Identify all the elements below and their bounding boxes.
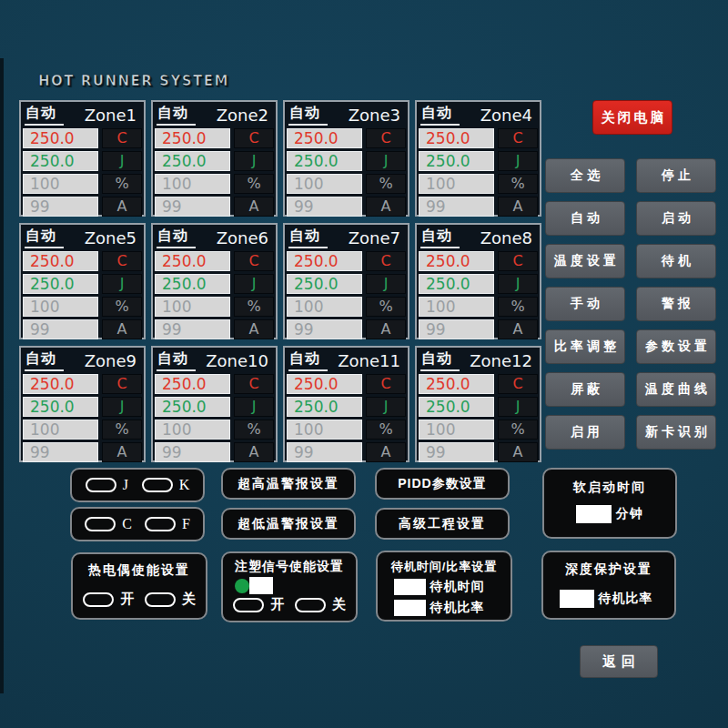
- zone-name: Zone10: [206, 351, 268, 370]
- depth-protect-ratio-input[interactable]: [560, 590, 594, 608]
- zone-unit-label: C: [102, 374, 142, 394]
- zone-panel[interactable]: 自动 Zone12 250.0C250.0J100%99A: [415, 346, 541, 462]
- zone-panel[interactable]: 自动 Zone2 250.0C250.0J100%99A: [151, 100, 278, 217]
- button-enable[interactable]: 启用: [545, 415, 625, 450]
- button-temp-curve[interactable]: 温度曲线: [636, 372, 716, 407]
- button-shield[interactable]: 屏蔽: [545, 372, 625, 407]
- low-temp-alarm-settings-button[interactable]: 超低温警报设置: [221, 508, 356, 540]
- zone-panel[interactable]: 自动 Zone11 250.0C250.0J100%99A: [283, 346, 410, 462]
- button-new-card-detect[interactable]: 新卡识别: [636, 415, 716, 450]
- zone-panel[interactable]: 自动 Zone8 250.0C250.0J100%99A: [415, 223, 541, 339]
- zone-value-current: 99: [287, 442, 362, 462]
- zone-header: 自动 Zone7: [285, 225, 408, 249]
- zone-panel[interactable]: 自动 Zone4 250.0C250.0J100%99A: [415, 100, 541, 217]
- advanced-engineering-settings-button[interactable]: 高级工程设置: [375, 508, 510, 540]
- zone-name: Zone6: [217, 228, 268, 248]
- zone-row-output_percent: 100%: [287, 174, 406, 194]
- button-standby[interactable]: 待机: [636, 244, 716, 278]
- zone-panel[interactable]: 自动 Zone9 250.0C250.0J100%99A: [19, 346, 146, 462]
- depth-protect-title: 深度保护设置: [543, 561, 674, 578]
- thermocouple-enable-panel: 热电偶使能设置 开 关: [71, 552, 207, 620]
- high-temp-alarm-settings-button[interactable]: 超高温警报设置: [221, 468, 356, 500]
- radio-oval-icon: [142, 478, 173, 492]
- zone-header: 自动 Zone2: [153, 102, 276, 126]
- zone-panel[interactable]: 自动 Zone3 250.0C250.0J100%99A: [283, 100, 410, 217]
- standby-time-input[interactable]: [394, 579, 426, 595]
- button-param-settings[interactable]: 参数设置: [636, 329, 716, 364]
- button-start[interactable]: 启动: [636, 201, 716, 236]
- zone-row-output_percent: 100%: [23, 420, 142, 440]
- zone-rows: 250.0C250.0J100%99A: [417, 249, 540, 339]
- zone-name: Zone5: [85, 228, 136, 248]
- button-alarm[interactable]: 警报: [636, 287, 716, 321]
- thermocouple-enable-off-radio[interactable]: 关: [145, 591, 196, 608]
- zone-panel[interactable]: 自动 Zone1 250.0C250.0J100%99A: [19, 100, 146, 217]
- button-ratio-adjust[interactable]: 比率调整: [545, 329, 625, 364]
- zone-row-set_temp: 250.0J: [155, 397, 274, 417]
- zone-header: 自动 Zone10: [153, 348, 276, 372]
- zone-rows: 250.0C250.0J100%99A: [153, 126, 276, 217]
- zone-unit-label: %: [366, 174, 406, 194]
- zone-unit-label: J: [102, 151, 142, 171]
- zone-panel[interactable]: 自动 Zone10 250.0C250.0J100%99A: [151, 346, 278, 462]
- zone-header: 自动 Zone4: [417, 102, 540, 126]
- zone-value-current: 99: [155, 442, 230, 462]
- thermocouple-type-k-label: K: [179, 477, 190, 493]
- zone-panel[interactable]: 自动 Zone7 250.0C250.0J100%99A: [283, 223, 410, 339]
- standby-ratio-label: 待机比率: [430, 600, 484, 614]
- zone-row-set_temp: 250.0J: [419, 397, 538, 417]
- thermocouple-type-panel: J K: [70, 468, 205, 502]
- zone-mode-label: 自动: [157, 227, 196, 248]
- thermocouple-type-k-radio[interactable]: K: [142, 477, 190, 493]
- zone-row-output_percent: 100%: [287, 297, 406, 317]
- button-temp-settings[interactable]: 温度设置: [545, 244, 625, 278]
- injection-signal-on-radio[interactable]: 开: [233, 596, 284, 613]
- zone-row-current: 99A: [287, 197, 406, 217]
- soft-start-unit-label: 分钟: [616, 506, 643, 521]
- thermocouple-type-j-radio[interactable]: J: [86, 477, 128, 493]
- injection-signal-off-radio[interactable]: 关: [295, 596, 346, 613]
- zone-row-current: 99A: [419, 197, 538, 217]
- zone-unit-label: A: [366, 442, 406, 462]
- standby-ratio-input[interactable]: [394, 600, 426, 616]
- zone-unit-label: J: [366, 274, 406, 294]
- zone-value-set_temp: 250.0: [23, 151, 98, 171]
- zone-value-output_percent: 100: [419, 174, 494, 194]
- zone-row-actual_temp: 250.0C: [419, 251, 538, 271]
- zone-row-current: 99A: [287, 319, 406, 339]
- zone-value-set_temp: 250.0: [287, 274, 362, 294]
- button-manual[interactable]: 手动: [545, 287, 625, 321]
- zone-name: Zone2: [217, 106, 268, 125]
- injection-signal-off-label: 关: [332, 596, 346, 613]
- injection-signal-value-input[interactable]: [249, 577, 273, 594]
- button-auto[interactable]: 自动: [545, 201, 625, 236]
- zone-value-set_temp: 250.0: [287, 397, 362, 417]
- zone-row-actual_temp: 250.0C: [155, 374, 274, 394]
- depth-protect-ratio-label: 待机比率: [598, 591, 652, 605]
- thermocouple-enable-on-radio[interactable]: 开: [83, 591, 134, 608]
- zone-unit-label: C: [234, 128, 274, 148]
- zone-row-set_temp: 250.0J: [419, 274, 538, 294]
- pidd-param-settings-button[interactable]: PIDD参数设置: [375, 468, 510, 500]
- zone-row-actual_temp: 250.0C: [155, 128, 274, 148]
- zone-value-actual_temp: 250.0: [155, 374, 230, 394]
- button-select-all[interactable]: 全选: [545, 158, 625, 193]
- button-stop[interactable]: 停止: [636, 158, 716, 193]
- zone-value-current: 99: [287, 197, 362, 217]
- zone-unit-label: %: [366, 420, 406, 440]
- zone-row-actual_temp: 250.0C: [287, 374, 406, 394]
- shutdown-computer-button[interactable]: 关闭电脑: [592, 100, 672, 135]
- zone-rows: 250.0C250.0J100%99A: [417, 126, 540, 217]
- zone-unit-label: %: [102, 297, 142, 317]
- zone-name: Zone9: [85, 351, 136, 370]
- soft-start-minutes-input[interactable]: [576, 505, 612, 523]
- temp-unit-f-radio[interactable]: F: [145, 516, 190, 532]
- thermocouple-type-j-label: J: [123, 477, 128, 493]
- back-button[interactable]: 返回: [580, 645, 658, 678]
- zone-row-actual_temp: 250.0C: [23, 251, 142, 271]
- temp-unit-c-radio[interactable]: C: [85, 516, 132, 532]
- zone-panel[interactable]: 自动 Zone6 250.0C250.0J100%99A: [151, 223, 278, 339]
- zone-value-current: 99: [23, 197, 98, 217]
- zone-panel[interactable]: 自动 Zone5 250.0C250.0J100%99A: [19, 223, 146, 339]
- zone-row-output_percent: 100%: [155, 420, 274, 440]
